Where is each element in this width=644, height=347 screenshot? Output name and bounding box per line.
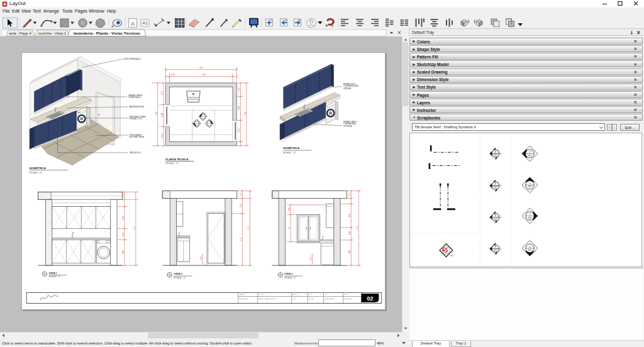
svg-text:2.31: 2.31: [202, 74, 206, 76]
svg-text:2.16: 2.16: [356, 226, 358, 230]
svg-text:PRANCHA: PRANCHA: [258, 294, 265, 295]
svg-text:DE PEDRA: DE PEDRA: [343, 125, 352, 128]
svg-text:Nov 20: Nov 20: [308, 298, 313, 300]
svg-text:lavanderia - Planta - Vistas T: lavanderia - Planta - Vistas Técnicas: [74, 31, 141, 35]
svg-text:0.47: 0.47: [238, 87, 240, 91]
svg-text:0.86: 0.86: [122, 251, 125, 255]
svg-text:1:25: 1:25: [292, 298, 296, 300]
svg-text:VISTA 2: VISTA 2: [174, 273, 182, 275]
svg-text:VISTA 3: VISTA 3: [284, 273, 292, 275]
svg-text:BANCADA PEDRA: BANCADA PEDRA: [129, 106, 143, 108]
svg-text:VISTA 1: VISTA 1: [49, 272, 57, 275]
svg-text:0.95: 0.95: [348, 214, 351, 218]
svg-text:ESCALA 1 : 25: ESCALA 1 : 25: [174, 277, 186, 279]
svg-text:ESCALA: ESCALA: [292, 294, 298, 295]
svg-text:0.12: 0.12: [240, 192, 242, 196]
svg-text:ACETINADO BEGE: ACETINADO BEGE: [129, 136, 144, 138]
svg-text:0.75: 0.75: [161, 91, 164, 95]
svg-text:0.10: 0.10: [200, 256, 203, 260]
svg-text:2.16: 2.16: [244, 112, 247, 116]
svg-text:ARMÁRIO AÉREO: ARMÁRIO AÉREO: [128, 94, 143, 97]
svg-text:2.16: 2.16: [155, 112, 158, 116]
svg-text:ESCALA 1 : 25: ESCALA 1 : 25: [49, 275, 61, 278]
svg-text:0.48: 0.48: [122, 233, 125, 236]
svg-text:2.16: 2.16: [133, 227, 136, 231]
svg-text:ESCALA 1 : 25: ESCALA 1 : 25: [165, 162, 178, 165]
svg-text:E SECAR 10 KG: E SECAR 10 KG: [129, 118, 142, 120]
svg-text:0.70: 0.70: [122, 216, 125, 220]
svg-text:DATA: DATA: [308, 294, 312, 295]
svg-text:CLIENTE: CLIENTE: [239, 294, 245, 295]
svg-text:MÁQUINA DE LAVAR: MÁQUINA DE LAVAR: [129, 116, 145, 118]
svg-text:0.50: 0.50: [348, 231, 351, 235]
svg-text:0.86: 0.86: [348, 250, 351, 254]
svg-text:ARMÁRIO BAIXO: ARMÁRIO BAIXO: [343, 121, 357, 123]
svg-text:TANQUE INOX: TANQUE INOX: [130, 151, 142, 154]
svg-text:0.12: 0.12: [348, 192, 351, 196]
svg-text:0.62: 0.62: [161, 133, 164, 137]
svg-text:Planta - Vistas Técnicas: Planta - Vistas Técnicas: [258, 298, 275, 300]
svg-text:NV: NV: [450, 255, 453, 257]
svg-text:cozinha - Vista 1: cozinha - Vista 1: [38, 31, 67, 35]
svg-text:ARMÁRIO ALTO: ARMÁRIO ALTO: [343, 83, 356, 85]
svg-text:ESCALA 1 : 25: ESCALA 1 : 25: [30, 172, 42, 174]
svg-text:Lavanderia: Lavanderia: [344, 298, 352, 300]
svg-text:INTERNA: INTERNA: [343, 87, 351, 90]
svg-text:2.16: 2.16: [247, 226, 250, 230]
svg-text:0.98: 0.98: [161, 113, 164, 117]
svg-text:0.83: 0.83: [238, 106, 240, 110]
svg-text:ESCALA 1 : 25: ESCALA 1 : 25: [283, 151, 296, 154]
svg-text:PLANTA TÉCNICA: PLANTA TÉCNICA: [165, 158, 188, 161]
svg-text:aula - Page 4: aula - Page 4: [9, 31, 31, 35]
svg-text:0.24: 0.24: [240, 204, 242, 207]
svg-text:1.10: 1.10: [288, 227, 291, 231]
svg-text:A: A: [131, 21, 135, 27]
svg-text:MDF FÓRMICA AZUL: MDF FÓRMICA AZUL: [125, 57, 142, 60]
svg-text:02: 02: [367, 295, 373, 302]
svg-text:0.30: 0.30: [171, 74, 175, 76]
svg-text:2.10: 2.10: [240, 238, 242, 241]
svg-text:PORCELANATO: PORCELANATO: [129, 134, 142, 136]
svg-text:Studio Mazaki: Studio Mazaki: [325, 298, 335, 300]
svg-text:ISOMÉTRICA: ISOMÉTRICA: [283, 146, 299, 150]
svg-text:ESCALA 1 : 25: ESCALA 1 : 25: [284, 277, 296, 279]
svg-text:A1: A1: [142, 21, 148, 25]
svg-text:Laís Almeida: Laís Almeida: [239, 298, 248, 300]
svg-text:COM BANCADA: COM BANCADA: [343, 123, 356, 125]
svg-text:AUT.: AUT.: [325, 294, 328, 295]
svg-text:COM PRATELEIRA: COM PRATELEIRA: [343, 85, 358, 87]
svg-text:0.12: 0.12: [122, 194, 125, 197]
svg-text:FOLHA: FOLHA: [344, 294, 349, 295]
svg-text:0.74: 0.74: [238, 128, 240, 132]
svg-text:0.15: 0.15: [309, 257, 312, 261]
svg-text:0.60: 0.60: [288, 207, 291, 211]
svg-text:2.61: 2.61: [199, 67, 203, 69]
svg-text:ISOMÉTRICA: ISOMÉTRICA: [30, 167, 46, 170]
